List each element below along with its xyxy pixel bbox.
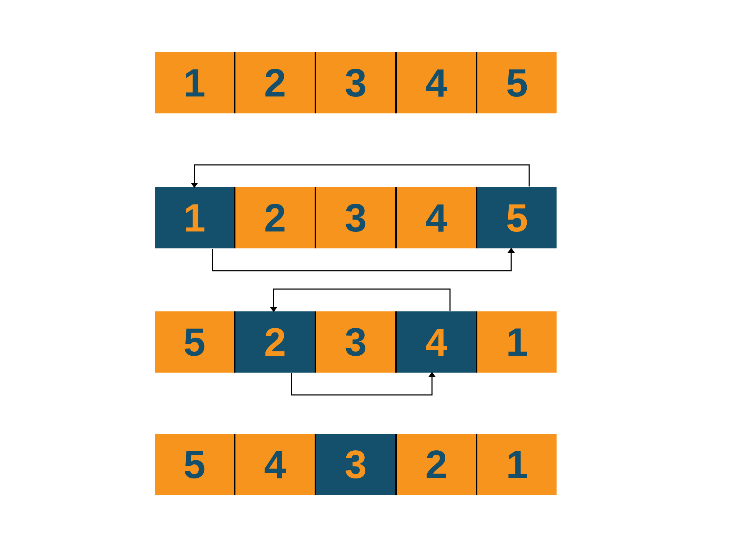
array-cell: 1 [155,187,234,248]
array-cell: 5 [476,187,557,248]
array-cell: 2 [395,434,476,495]
array-row-0: 12345 [155,52,557,113]
array-row-3: 54321 [155,434,557,495]
array-cell: 5 [155,311,234,373]
array-cell: 4 [395,52,476,113]
array-cell: 1 [476,434,557,495]
array-row-1: 12345 [155,187,557,248]
diagram-canvas: 12345123455234154321 [0,0,756,540]
array-cell: 4 [395,187,476,248]
array-cell: 4 [234,434,315,495]
array-cell: 3 [315,311,395,373]
array-cell: 5 [476,52,557,113]
svg-marker-3 [428,372,436,377]
array-cell: 3 [315,187,395,248]
array-cell: 4 [395,311,476,373]
array-cell: 5 [155,434,234,495]
array-cell: 3 [315,434,395,495]
array-cell: 2 [234,311,315,373]
array-cell: 2 [234,187,315,248]
array-cell: 1 [476,311,557,373]
array-cell: 3 [315,52,395,113]
array-cell: 1 [155,52,234,113]
array-row-2: 52341 [155,311,557,373]
array-cell: 2 [234,52,315,113]
svg-marker-1 [508,248,515,253]
